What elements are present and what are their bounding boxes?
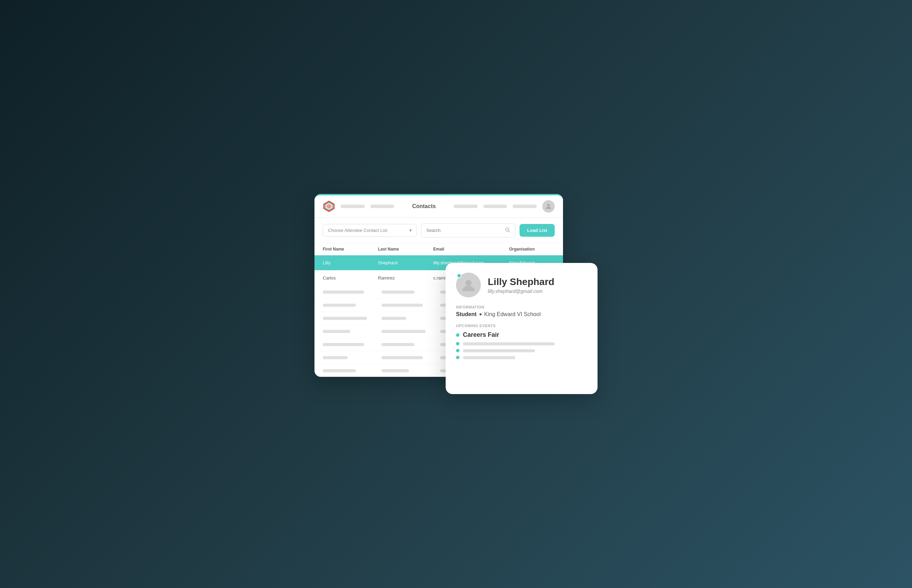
ph-bar bbox=[323, 343, 364, 346]
ph-bar bbox=[382, 304, 423, 307]
event-dot bbox=[456, 349, 459, 352]
ph-bar bbox=[323, 369, 356, 372]
ph-bar bbox=[382, 291, 415, 294]
event-placeholder-bar bbox=[463, 356, 515, 359]
svg-marker-2 bbox=[327, 204, 331, 209]
events-section: Upcoming Events Careers Fair bbox=[456, 324, 587, 359]
scene: Contacts Choose Attendee Contact List ▾ bbox=[314, 194, 598, 394]
nav-placeholder-4 bbox=[483, 205, 508, 208]
cell-last: Ramirez bbox=[378, 275, 433, 281]
col-email: Email bbox=[433, 247, 509, 252]
col-first-name: First Name bbox=[323, 247, 378, 252]
event-placeholder-bar bbox=[463, 349, 535, 352]
nav-placeholder-2 bbox=[370, 205, 395, 208]
user-avatar[interactable] bbox=[542, 200, 555, 213]
cell-last: Shephard bbox=[378, 260, 433, 265]
detail-name-block: Lilly Shephard lilly.shephard@gmail.com bbox=[488, 276, 555, 294]
svg-line-5 bbox=[508, 231, 510, 232]
dropdown-arrow-icon: ▾ bbox=[409, 228, 412, 233]
ph-bar bbox=[323, 317, 367, 320]
event-item bbox=[456, 349, 587, 352]
info-section-label: Information bbox=[456, 305, 587, 309]
ph-bar bbox=[323, 291, 364, 294]
search-input[interactable] bbox=[426, 228, 502, 233]
app-logo bbox=[323, 200, 335, 213]
cell-first: Lilly bbox=[323, 260, 378, 265]
ph-bar bbox=[323, 304, 356, 307]
event-item bbox=[456, 356, 587, 359]
toolbar: Choose Attendee Contact List ▾ Load List bbox=[314, 218, 563, 243]
event-dot bbox=[456, 356, 459, 359]
online-indicator bbox=[457, 273, 461, 278]
event-dot bbox=[456, 342, 459, 346]
search-box[interactable] bbox=[421, 223, 515, 237]
contact-name: Lilly Shephard bbox=[488, 276, 555, 288]
nav-placeholder-5 bbox=[513, 205, 537, 208]
contact-list-dropdown[interactable]: Choose Attendee Contact List ▾ bbox=[323, 224, 417, 237]
event-dot bbox=[456, 333, 459, 337]
table-header: First Name Last Name Email Organisation … bbox=[314, 243, 563, 255]
col-last-name: Last Name bbox=[378, 247, 433, 252]
nav-placeholder-3 bbox=[454, 205, 478, 208]
info-row: Student King Edward VI School bbox=[456, 311, 587, 317]
event-name: Careers Fair bbox=[463, 331, 499, 339]
ph-bar bbox=[382, 343, 415, 346]
event-placeholder-bar bbox=[463, 342, 555, 346]
page-title: Contacts bbox=[400, 203, 448, 210]
col-organisation: Organisation bbox=[509, 247, 563, 252]
ph-bar bbox=[382, 369, 409, 372]
nav-placeholder-1 bbox=[341, 205, 365, 208]
detail-card: Lilly Shephard lilly.shephard@gmail.com … bbox=[446, 263, 598, 394]
event-item: Careers Fair bbox=[456, 331, 587, 339]
dropdown-placeholder-text: Choose Attendee Contact List bbox=[328, 228, 387, 233]
contact-organisation: King Edward VI School bbox=[484, 311, 541, 317]
top-nav: Contacts bbox=[314, 195, 563, 218]
svg-point-3 bbox=[547, 204, 550, 206]
ph-bar bbox=[382, 330, 425, 333]
ph-bar bbox=[323, 356, 348, 359]
detail-header: Lilly Shephard lilly.shephard@gmail.com bbox=[456, 273, 587, 297]
ph-bar bbox=[323, 330, 350, 333]
events-section-label: Upcoming Events bbox=[456, 324, 587, 328]
load-list-button[interactable]: Load List bbox=[519, 224, 555, 237]
cell-first: Carlos bbox=[323, 275, 378, 281]
contact-type: Student bbox=[456, 311, 477, 317]
event-item bbox=[456, 342, 587, 346]
ph-bar bbox=[382, 317, 406, 320]
search-icon bbox=[505, 227, 510, 234]
separator-dot bbox=[479, 313, 482, 315]
detail-avatar bbox=[456, 273, 481, 297]
contact-email: lilly.shephard@gmail.com bbox=[488, 289, 555, 294]
svg-point-6 bbox=[465, 280, 472, 286]
ph-bar bbox=[382, 356, 423, 359]
